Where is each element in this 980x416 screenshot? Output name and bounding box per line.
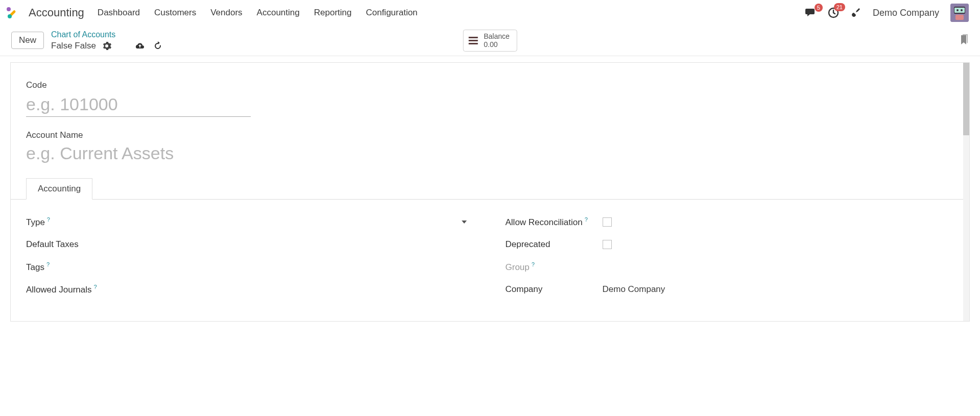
allow-reconciliation-checkbox[interactable]	[603, 217, 612, 227]
navbar: Accounting Dashboard Customers Vendors A…	[0, 0, 980, 26]
systray: 5 21 Demo Company	[805, 4, 969, 22]
hamburger-icon	[468, 37, 477, 44]
notebook: Accounting Type?	[26, 178, 954, 321]
form-container: Code Account Name Accounting Type?	[0, 56, 980, 322]
company-label: Company	[506, 284, 603, 295]
allow-reconciliation-label: Allow Reconciliation	[506, 217, 583, 227]
svg-rect-9	[955, 15, 964, 20]
allowed-journals-label: Allowed Journals	[26, 285, 92, 295]
activities-badge: 21	[834, 3, 845, 11]
help-icon[interactable]: ?	[46, 261, 50, 267]
gear-icon[interactable]	[102, 41, 111, 51]
code-label: Code	[26, 80, 954, 90]
breadcrumb-parent[interactable]: Chart of Accounts	[51, 30, 162, 40]
nav-item-customers[interactable]: Customers	[154, 8, 196, 18]
svg-rect-6	[954, 8, 965, 13]
messages-icon[interactable]: 5	[805, 8, 817, 18]
group-label: Group	[506, 262, 530, 272]
nav-item-configuration[interactable]: Configuration	[366, 8, 417, 18]
help-icon[interactable]: ?	[532, 261, 535, 267]
nav-item-accounting[interactable]: Accounting	[257, 8, 300, 18]
default-taxes-label: Default Taxes	[26, 239, 123, 250]
tools-icon[interactable]	[850, 7, 862, 18]
account-name-label: Account Name	[26, 130, 954, 140]
scrollbar[interactable]	[963, 63, 969, 321]
new-button[interactable]: New	[11, 32, 44, 49]
cloud-upload-icon[interactable]	[135, 42, 145, 50]
svg-point-1	[7, 7, 11, 11]
control-bar: New Chart of Accounts False False Balanc…	[0, 26, 980, 56]
stat-label: Balance	[484, 32, 510, 40]
tags-label: Tags	[26, 262, 44, 272]
app-logo[interactable]	[5, 5, 20, 20]
account-name-input[interactable]	[26, 142, 332, 164]
form-sheet: Code Account Name Accounting Type?	[10, 62, 970, 322]
company-value: Demo Company	[603, 284, 665, 295]
svg-point-2	[8, 14, 12, 18]
nav-items: Dashboard Customers Vendors Accounting R…	[98, 8, 418, 18]
bookmark-icon[interactable]	[960, 34, 969, 46]
stat-value: 0.00	[484, 40, 510, 48]
activities-icon[interactable]: 21	[828, 7, 839, 18]
svg-point-7	[957, 9, 959, 11]
right-column: Allow Reconciliation? Deprecated Group?	[506, 211, 954, 301]
messages-badge: 5	[815, 4, 823, 12]
deprecated-checkbox[interactable]	[603, 240, 612, 249]
breadcrumb: Chart of Accounts False False	[51, 30, 162, 52]
tab-page-accounting: Type? Default Taxes	[11, 200, 969, 321]
type-field[interactable]	[123, 221, 475, 224]
type-label: Type	[26, 217, 45, 227]
nav-item-vendors[interactable]: Vendors	[210, 8, 242, 18]
nav-item-dashboard[interactable]: Dashboard	[98, 8, 140, 18]
company-selector[interactable]: Demo Company	[873, 8, 939, 18]
help-icon[interactable]: ?	[94, 284, 97, 290]
app-name[interactable]: Accounting	[29, 6, 84, 19]
tab-accounting[interactable]: Accounting	[26, 178, 92, 200]
code-input[interactable]	[26, 92, 251, 117]
svg-point-8	[961, 9, 963, 11]
avatar[interactable]	[950, 4, 969, 22]
left-column: Type? Default Taxes	[26, 211, 475, 301]
balance-stat-button[interactable]: Balance 0.00	[463, 30, 517, 51]
deprecated-label: Deprecated	[506, 239, 603, 250]
help-icon[interactable]: ?	[585, 216, 588, 223]
breadcrumb-current: False False	[51, 40, 96, 52]
chevron-down-icon	[462, 221, 467, 224]
nav-item-reporting[interactable]: Reporting	[314, 8, 352, 18]
help-icon[interactable]: ?	[47, 216, 50, 223]
discard-icon[interactable]	[153, 41, 162, 51]
